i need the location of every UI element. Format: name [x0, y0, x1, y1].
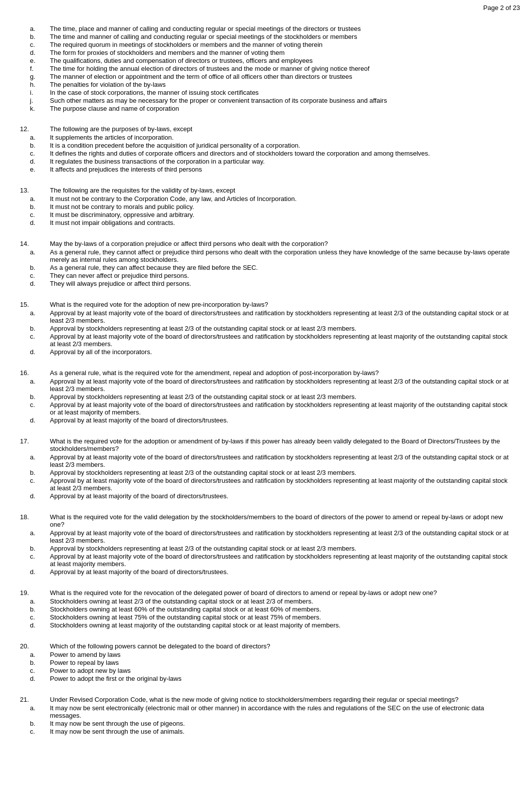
list-item: c. The required quorum in meetings of st…	[20, 41, 510, 48]
question-q14: 14. May the by-laws of a corporation pre…	[20, 240, 510, 294]
option-text: It must be discriminatory, oppressive an…	[50, 211, 510, 218]
question-row: 13. The following are the requisites for…	[20, 187, 510, 194]
option-label: d.	[20, 348, 50, 356]
option-label: e.	[20, 166, 50, 173]
list-label: j.	[20, 97, 50, 104]
option-row: a. It supplements the articles of incorp…	[20, 134, 510, 141]
question-row: 14. May the by-laws of a corporation pre…	[20, 240, 510, 247]
option-label: c.	[20, 150, 50, 157]
option-text: It must not impair obligations and contr…	[50, 219, 510, 226]
option-row: a. Approval by at least majority vote of…	[20, 309, 510, 324]
option-row: b. Stockholders owning at least 60% of t…	[20, 606, 510, 613]
option-row: a. Power to amend by laws	[20, 651, 510, 658]
option-row: c. Approval by at least majority vote of…	[20, 401, 510, 416]
option-text: Approval by at least majority vote of th…	[50, 309, 510, 324]
option-text: It must not be contrary to the Corporati…	[50, 195, 510, 203]
list-item: d. The form for proxies of stockholders …	[20, 49, 510, 56]
list-text: Such other matters as may be necessary f…	[50, 97, 510, 104]
option-label: c.	[20, 211, 50, 218]
question-q13: 13. The following are the requisites for…	[20, 187, 510, 233]
option-text: Approval by at least majority vote of th…	[50, 453, 510, 468]
option-label: d.	[20, 675, 50, 682]
option-row: c. It defines the rights and duties of c…	[20, 150, 510, 157]
option-row: d. Approval by at least majority of the …	[20, 416, 510, 424]
option-row: e. It affects and prejudices the interes…	[20, 166, 510, 173]
question-row: 16. As a general rule, what is the requi…	[20, 369, 510, 377]
list-item: a. The time, place and manner of calling…	[20, 25, 510, 32]
question-number: 16.	[20, 369, 50, 377]
question-text: What is the required vote for the adopti…	[50, 301, 510, 308]
option-row: b. It may now be sent through the use of…	[20, 720, 510, 727]
list-text: The time for holding the annual election…	[50, 65, 510, 72]
question-row: 17. What is the required vote for the ad…	[20, 437, 510, 452]
option-row: a. It must not be contrary to the Corpor…	[20, 195, 510, 203]
option-label: c.	[20, 272, 50, 279]
option-text: They can never affect or prejudice third…	[50, 272, 510, 279]
list-label: i.	[20, 89, 50, 96]
option-text: It regulates the business transactions o…	[50, 158, 510, 165]
question-number: 13.	[20, 187, 50, 194]
option-text: Approval by at least majority vote of th…	[50, 529, 510, 544]
option-text: It may now be sent through the use of an…	[50, 728, 510, 735]
option-row: a. Approval by at least majority vote of…	[20, 378, 510, 393]
question-number: 17.	[20, 437, 50, 452]
question-text: The following are the purposes of by-law…	[50, 125, 510, 133]
option-row: b. As a general rule, they can affect be…	[20, 264, 510, 271]
list-text: The manner of election or appointment an…	[50, 73, 510, 80]
list-item: b. The time and manner of calling and co…	[20, 33, 510, 40]
question-number: 21.	[20, 696, 50, 703]
question-row: 18. What is the required vote for the va…	[20, 513, 510, 528]
option-row: c. Approval by at least majority vote of…	[20, 553, 510, 568]
option-text: Power to adopt new by laws	[50, 667, 510, 674]
option-label: b.	[20, 545, 50, 552]
option-text: Approval by stockholders representing at…	[50, 545, 510, 552]
option-row: d. It regulates the business transaction…	[20, 158, 510, 165]
option-text: Approval by at least majority of the boa…	[50, 568, 510, 576]
list-item: h. The penalties for violation of the by…	[20, 81, 510, 88]
question-q12: 12. The following are the purposes of by…	[20, 125, 510, 180]
option-text: It may now be sent through the use of pi…	[50, 720, 510, 727]
option-text: It supplements the articles of incorpora…	[50, 134, 510, 141]
option-text: It affects and prejudices the interests …	[50, 166, 510, 173]
option-text: Approval by at least majority vote of th…	[50, 378, 510, 393]
option-text: Stockholders owning at least 75% of the …	[50, 613, 510, 621]
list-label: f.	[20, 65, 50, 72]
option-label: d.	[20, 568, 50, 576]
question-text: May the by-laws of a corporation prejudi…	[50, 240, 510, 247]
question-text: What is the required vote for the valid …	[50, 513, 510, 528]
option-text: Approval by at least majority vote of th…	[50, 401, 510, 416]
option-label: a.	[20, 651, 50, 658]
list-text: The time, place and manner of calling an…	[50, 25, 510, 32]
option-row: b. Approval by stockholders representing…	[20, 545, 510, 552]
list-text: The time and manner of calling and condu…	[50, 33, 510, 40]
option-label: b.	[20, 142, 50, 149]
option-label: a.	[20, 309, 50, 324]
content-area: a. The time, place and manner of calling…	[0, 0, 530, 769]
option-text: Approval by at least majority vote of th…	[50, 477, 510, 492]
option-text: Approval by stockholders representing at…	[50, 469, 510, 476]
option-label: b.	[20, 325, 50, 332]
question-text: The following are the requisites for the…	[50, 187, 510, 194]
list-text: The qualifications, duties and compensat…	[50, 57, 510, 64]
list-item: k. The purpose clause and name of corpor…	[20, 105, 510, 112]
option-label: a.	[20, 195, 50, 203]
question-text: Which of the following powers cannot be …	[50, 642, 510, 650]
option-label: c.	[20, 667, 50, 674]
question-row: 19. What is the required vote for the re…	[20, 589, 510, 597]
option-text: Approval by at least majority vote of th…	[50, 333, 510, 348]
option-row: c. It must be discriminatory, oppressive…	[20, 211, 510, 218]
option-label: a.	[20, 248, 50, 263]
option-row: b. Approval by stockholders representing…	[20, 469, 510, 476]
option-label: d.	[20, 492, 50, 500]
option-label: d.	[20, 158, 50, 165]
option-text: Approval by stockholders representing at…	[50, 393, 510, 401]
page-number: Page 2 of 23	[483, 4, 520, 11]
question-number: 20.	[20, 642, 50, 650]
list-item: j. Such other matters as may be necessar…	[20, 97, 510, 104]
option-text: It must not be contrary to morals and pu…	[50, 203, 510, 210]
option-text: Stockholders owning at least 2/3 of the …	[50, 598, 510, 605]
option-row: d. Approval by all of the incorporators.	[20, 348, 510, 356]
list-label: b.	[20, 33, 50, 40]
option-text: Power to repeal by laws	[50, 659, 510, 666]
option-row: c. It may now be sent through the use of…	[20, 728, 510, 735]
